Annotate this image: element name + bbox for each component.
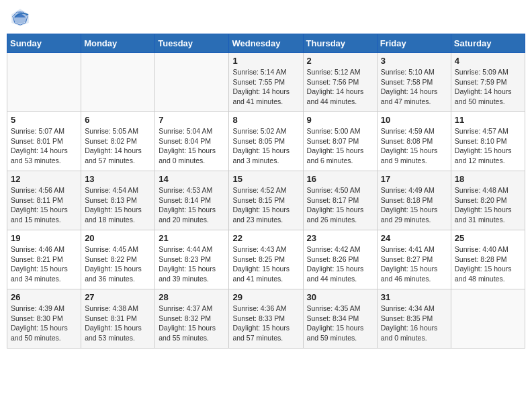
weekday-header-thursday: Thursday	[303, 34, 377, 53]
weekday-header-tuesday: Tuesday	[155, 34, 229, 53]
day-number: 31	[381, 292, 447, 302]
calendar-cell: 13Sunrise: 4:54 AM Sunset: 8:13 PM Dayli…	[81, 171, 155, 230]
calendar-cell: 5Sunrise: 5:07 AM Sunset: 8:01 PM Daylig…	[7, 112, 81, 171]
day-number: 23	[307, 233, 373, 243]
day-number: 29	[232, 292, 299, 302]
weekday-header-row: SundayMondayTuesdayWednesdayThursdayFrid…	[7, 34, 525, 53]
day-info: Sunrise: 4:35 AM Sunset: 8:34 PM Dayligh…	[307, 304, 373, 343]
day-number: 7	[159, 115, 225, 125]
weekday-header-monday: Monday	[81, 34, 155, 53]
weekday-header-sunday: Sunday	[7, 34, 81, 53]
day-number: 25	[455, 233, 521, 243]
calendar-cell	[81, 53, 155, 112]
calendar-week-row: 19Sunrise: 4:46 AM Sunset: 8:21 PM Dayli…	[7, 230, 525, 289]
day-info: Sunrise: 4:59 AM Sunset: 8:08 PM Dayligh…	[381, 126, 447, 166]
day-info: Sunrise: 4:45 AM Sunset: 8:22 PM Dayligh…	[85, 244, 151, 284]
day-info: Sunrise: 4:38 AM Sunset: 8:31 PM Dayligh…	[85, 304, 151, 343]
calendar-cell: 4Sunrise: 5:09 AM Sunset: 7:59 PM Daylig…	[451, 53, 525, 112]
day-info: Sunrise: 5:12 AM Sunset: 7:56 PM Dayligh…	[307, 67, 373, 107]
day-info: Sunrise: 5:10 AM Sunset: 7:58 PM Dayligh…	[381, 67, 447, 107]
day-number: 26	[11, 292, 77, 302]
logo-icon	[9, 7, 31, 28]
calendar-week-row: 5Sunrise: 5:07 AM Sunset: 8:01 PM Daylig…	[7, 112, 525, 171]
page-header	[7, 7, 525, 28]
calendar-cell: 22Sunrise: 4:43 AM Sunset: 8:25 PM Dayli…	[229, 230, 303, 289]
day-info: Sunrise: 4:46 AM Sunset: 8:21 PM Dayligh…	[11, 244, 77, 284]
calendar-cell: 27Sunrise: 4:38 AM Sunset: 8:31 PM Dayli…	[81, 289, 155, 349]
day-number: 17	[381, 174, 447, 184]
day-info: Sunrise: 4:44 AM Sunset: 8:23 PM Dayligh…	[159, 244, 225, 284]
calendar-cell	[451, 289, 525, 349]
day-info: Sunrise: 5:04 AM Sunset: 8:04 PM Dayligh…	[159, 126, 225, 166]
calendar-cell: 17Sunrise: 4:49 AM Sunset: 8:18 PM Dayli…	[377, 171, 451, 230]
calendar-week-row: 12Sunrise: 4:56 AM Sunset: 8:11 PM Dayli…	[7, 171, 525, 230]
calendar-cell: 20Sunrise: 4:45 AM Sunset: 8:22 PM Dayli…	[81, 230, 155, 289]
day-info: Sunrise: 4:40 AM Sunset: 8:28 PM Dayligh…	[455, 244, 521, 284]
calendar-cell: 24Sunrise: 4:41 AM Sunset: 8:27 PM Dayli…	[377, 230, 451, 289]
day-info: Sunrise: 4:54 AM Sunset: 8:13 PM Dayligh…	[85, 185, 151, 225]
day-number: 18	[455, 174, 521, 184]
day-info: Sunrise: 4:50 AM Sunset: 8:17 PM Dayligh…	[307, 185, 373, 225]
day-info: Sunrise: 4:36 AM Sunset: 8:33 PM Dayligh…	[232, 304, 299, 343]
day-info: Sunrise: 4:43 AM Sunset: 8:25 PM Dayligh…	[232, 244, 299, 284]
calendar-cell: 29Sunrise: 4:36 AM Sunset: 8:33 PM Dayli…	[229, 289, 303, 349]
day-number: 11	[455, 115, 521, 125]
day-number: 28	[159, 292, 225, 302]
calendar-cell: 12Sunrise: 4:56 AM Sunset: 8:11 PM Dayli…	[7, 171, 81, 230]
day-info: Sunrise: 5:02 AM Sunset: 8:05 PM Dayligh…	[232, 126, 299, 166]
calendar-cell: 15Sunrise: 4:52 AM Sunset: 8:15 PM Dayli…	[229, 171, 303, 230]
day-info: Sunrise: 5:00 AM Sunset: 8:07 PM Dayligh…	[307, 126, 373, 166]
calendar-cell	[155, 53, 229, 112]
calendar-table: SundayMondayTuesdayWednesdayThursdayFrid…	[7, 34, 525, 349]
day-info: Sunrise: 4:48 AM Sunset: 8:20 PM Dayligh…	[455, 185, 521, 225]
calendar-cell: 6Sunrise: 5:05 AM Sunset: 8:02 PM Daylig…	[81, 112, 155, 171]
day-number: 2	[307, 56, 373, 66]
day-number: 20	[85, 233, 151, 243]
calendar-cell: 23Sunrise: 4:42 AM Sunset: 8:26 PM Dayli…	[303, 230, 377, 289]
day-number: 4	[455, 56, 521, 66]
day-info: Sunrise: 4:56 AM Sunset: 8:11 PM Dayligh…	[11, 185, 77, 225]
day-info: Sunrise: 5:09 AM Sunset: 7:59 PM Dayligh…	[455, 67, 521, 107]
weekday-header-wednesday: Wednesday	[229, 34, 303, 53]
day-info: Sunrise: 4:42 AM Sunset: 8:26 PM Dayligh…	[307, 244, 373, 284]
day-number: 12	[11, 174, 77, 184]
day-number: 10	[381, 115, 447, 125]
day-number: 19	[11, 233, 77, 243]
calendar-cell: 8Sunrise: 5:02 AM Sunset: 8:05 PM Daylig…	[229, 112, 303, 171]
calendar-cell: 14Sunrise: 4:53 AM Sunset: 8:14 PM Dayli…	[155, 171, 229, 230]
calendar-cell	[7, 53, 81, 112]
weekday-header-friday: Friday	[377, 34, 451, 53]
day-number: 14	[159, 174, 225, 184]
calendar-week-row: 26Sunrise: 4:39 AM Sunset: 8:30 PM Dayli…	[7, 289, 525, 349]
calendar-cell: 31Sunrise: 4:34 AM Sunset: 8:35 PM Dayli…	[377, 289, 451, 349]
calendar-cell: 2Sunrise: 5:12 AM Sunset: 7:56 PM Daylig…	[303, 53, 377, 112]
day-info: Sunrise: 4:37 AM Sunset: 8:32 PM Dayligh…	[159, 304, 225, 343]
calendar-cell: 1Sunrise: 5:14 AM Sunset: 7:55 PM Daylig…	[229, 53, 303, 112]
calendar-week-row: 1Sunrise: 5:14 AM Sunset: 7:55 PM Daylig…	[7, 53, 525, 112]
day-number: 5	[11, 115, 77, 125]
calendar-cell: 7Sunrise: 5:04 AM Sunset: 8:04 PM Daylig…	[155, 112, 229, 171]
day-info: Sunrise: 4:53 AM Sunset: 8:14 PM Dayligh…	[159, 185, 225, 225]
day-number: 16	[307, 174, 373, 184]
calendar-cell: 21Sunrise: 4:44 AM Sunset: 8:23 PM Dayli…	[155, 230, 229, 289]
calendar-cell: 28Sunrise: 4:37 AM Sunset: 8:32 PM Dayli…	[155, 289, 229, 349]
day-number: 27	[85, 292, 151, 302]
day-number: 3	[381, 56, 447, 66]
day-number: 22	[232, 233, 299, 243]
day-number: 13	[85, 174, 151, 184]
logo	[9, 7, 34, 28]
day-number: 15	[232, 174, 299, 184]
calendar-cell: 16Sunrise: 4:50 AM Sunset: 8:17 PM Dayli…	[303, 171, 377, 230]
day-number: 24	[381, 233, 447, 243]
calendar-cell: 25Sunrise: 4:40 AM Sunset: 8:28 PM Dayli…	[451, 230, 525, 289]
day-info: Sunrise: 4:57 AM Sunset: 8:10 PM Dayligh…	[455, 126, 521, 166]
day-number: 30	[307, 292, 373, 302]
day-number: 21	[159, 233, 225, 243]
day-info: Sunrise: 4:39 AM Sunset: 8:30 PM Dayligh…	[11, 304, 77, 343]
day-info: Sunrise: 5:14 AM Sunset: 7:55 PM Dayligh…	[232, 67, 299, 107]
calendar-cell: 11Sunrise: 4:57 AM Sunset: 8:10 PM Dayli…	[451, 112, 525, 171]
day-info: Sunrise: 4:52 AM Sunset: 8:15 PM Dayligh…	[232, 185, 299, 225]
day-number: 9	[307, 115, 373, 125]
calendar-cell: 9Sunrise: 5:00 AM Sunset: 8:07 PM Daylig…	[303, 112, 377, 171]
calendar-cell: 10Sunrise: 4:59 AM Sunset: 8:08 PM Dayli…	[377, 112, 451, 171]
